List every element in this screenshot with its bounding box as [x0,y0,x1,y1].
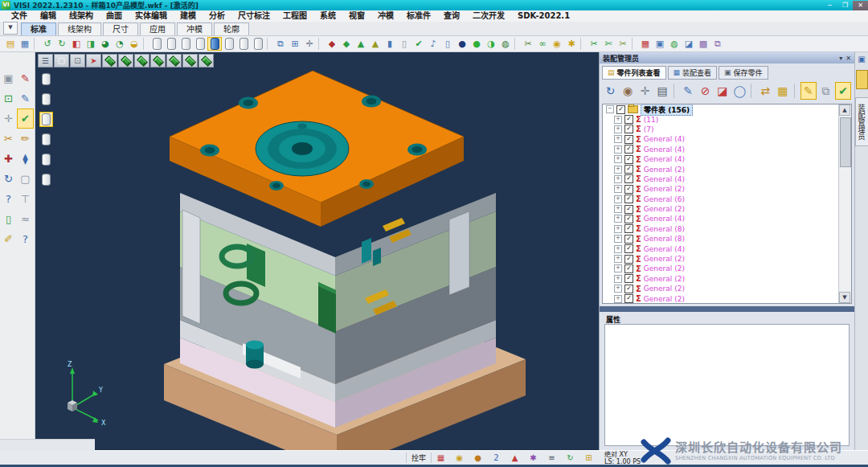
checkbox-checked[interactable]: ✓ [624,285,633,293]
panel-tab-0[interactable]: ▤零件列表查看 [602,66,666,80]
main-toolbar-chart[interactable]: ◪ [682,37,696,51]
tree-item-9[interactable]: +✓ΣGeneral (2) [603,204,839,214]
expander-icon[interactable]: + [614,264,622,272]
panel-toolbar-calc-table[interactable]: ▦ [775,82,790,100]
status-bar-frame-red[interactable]: ▦ [434,453,448,464]
panel-toolbar-zoom[interactable]: ◯ [732,82,747,100]
ribbon-tab-5[interactable]: 轮廓 [214,23,249,35]
main-toolbar-cyl-gray[interactable]: ▯ [397,37,411,51]
strip-layer-3[interactable] [39,112,53,127]
checkbox-checked[interactable]: ✓ [624,224,633,233]
ribbon-tab-4[interactable]: 冲模 [177,23,212,35]
main-toolbar-batt-blue[interactable]: ▯ [440,37,455,51]
tree-item-18[interactable]: +✓ΣGeneral (2) [603,293,839,303]
main-toolbar-layer-6[interactable] [222,37,236,51]
menu-item-8[interactable]: 工程图 [276,10,313,22]
checkbox-checked[interactable]: ✓ [624,145,633,154]
expander-icon[interactable]: + [614,125,622,133]
status-bar-user[interactable]: ● [471,453,485,464]
status-bar-recycle[interactable]: ↻ [563,453,577,464]
view-toolbar-view-iso[interactable] [199,54,214,68]
tree-item-5[interactable]: +✓ΣGeneral (2) [603,164,839,174]
expander-icon[interactable]: + [614,275,622,283]
main-toolbar-image[interactable]: ▣ [653,37,667,51]
menu-item-15[interactable]: SDK-2022.1 [511,10,576,22]
expander-icon[interactable]: + [614,295,622,303]
menu-item-2[interactable]: 线架构 [63,10,100,22]
main-toolbar-cyl-blue[interactable]: ▮ [383,37,397,51]
main-toolbar-open-folder[interactable]: ▤ [3,37,18,51]
tree-item-4[interactable]: +✓ΣGeneral (4) [603,154,839,164]
status-bar-two[interactable]: 2 [489,453,503,464]
main-toolbar-layers-purple[interactable]: ⧉ [710,37,725,51]
ribbon-tab-3[interactable]: 应用 [140,23,175,35]
close-button[interactable]: ✕ [853,1,868,10]
expander-icon[interactable]: + [614,145,622,154]
assembly-manager-vertical-tab[interactable]: 装配管理员 [855,97,868,146]
checkbox-checked[interactable]: ✓ [624,294,633,303]
main-toolbar-bee[interactable]: ✱ [564,37,579,51]
panel-splitter[interactable] [600,306,854,312]
panel-close-icon[interactable]: ✕ [845,55,851,62]
menu-item-1[interactable]: 编辑 [34,10,63,22]
tree-item-7[interactable]: +✓ΣGeneral (2) [603,184,839,194]
ribbon-tab-2[interactable]: 尺寸 [103,23,138,35]
main-toolbar-palette[interactable]: ▦ [638,37,653,51]
maximize-button[interactable]: ❐ [837,1,853,10]
view-toolbar-view-right[interactable] [166,54,182,68]
left-toolbar-frame[interactable]: ⊡ [0,88,17,109]
main-toolbar-view-redo[interactable]: ↻ [55,37,69,51]
panel-toolbar-apply-check[interactable]: ✔ [835,82,851,100]
main-toolbar-sphere-stripe[interactable]: ◍ [498,37,513,51]
tree-item-10[interactable]: +✓ΣGeneral (4) [603,214,839,223]
panel-toolbar-printer[interactable]: ▤ [654,82,669,100]
status-bar-list[interactable]: ≡ [545,453,559,464]
scroll-thumb[interactable] [840,117,851,167]
left-toolbar-box[interactable]: ▢ [17,169,34,189]
main-toolbar-layer-2[interactable] [164,37,178,51]
tree-item-15[interactable]: +✓ΣGeneral (2) [603,264,839,273]
strip-layer-1[interactable] [39,72,53,87]
main-toolbar-mesh[interactable]: ▩ [696,37,710,51]
main-toolbar-sphere-navy[interactable]: ● [455,37,469,51]
tree-item-17[interactable]: +✓ΣGeneral (2) [603,284,839,293]
main-toolbar-sphere-green[interactable]: ● [469,37,484,51]
tree-item-3[interactable]: +✓ΣGeneral (4) [603,145,839,154]
left-toolbar-help-2[interactable]: ? [17,229,34,249]
tree-item-16[interactable]: +✓ΣGeneral (2) [603,274,839,284]
expander-icon[interactable]: + [614,215,622,223]
view-toolbar-view-front[interactable] [118,54,133,68]
checkbox-checked[interactable]: ✓ [624,244,633,253]
status-bar-flower[interactable]: ✱ [526,453,540,464]
checkbox-checked[interactable]: ✓ [624,235,633,244]
checkbox-checked[interactable]: ✓ [624,205,633,214]
view-toolbar-select-arrow[interactable]: ➤ [86,54,101,68]
menu-item-12[interactable]: 标准件 [400,10,437,22]
main-toolbar-link-green[interactable]: ∞ [535,37,550,51]
menu-item-9[interactable]: 系统 [313,10,342,22]
panel-toolbar-zoom-remove[interactable]: ⊘ [698,82,713,100]
status-bar-flags[interactable]: ▲ [508,453,522,464]
checkbox-checked[interactable]: ✓ [616,105,625,114]
expander-icon[interactable]: + [614,155,622,163]
checkbox-checked[interactable]: ✓ [624,195,633,203]
menu-item-6[interactable]: 分析 [203,10,231,22]
main-toolbar-note-blue[interactable]: ♪ [426,37,440,51]
menu-item-14[interactable]: 二次开发 [466,10,511,22]
main-toolbar-transform[interactable]: ✛ [302,37,317,51]
left-toolbar-layers-blue[interactable]: ⧫ [17,149,34,169]
scroll-down-icon[interactable]: ▼ [839,292,850,303]
main-toolbar-trim-a[interactable]: ✂ [587,37,601,51]
view-toolbar-view-menu[interactable]: ☰ [38,54,53,68]
main-toolbar-shade-c[interactable]: ◒ [127,37,141,51]
tree-item-6[interactable]: +✓ΣGeneral (4) [603,174,839,184]
panel-toolbar-user-pc[interactable]: ◉ [620,82,635,100]
expander-icon[interactable]: + [614,195,622,203]
menu-item-0[interactable]: 文件 [5,10,34,22]
main-toolbar-layer-7[interactable] [236,37,251,51]
checkbox-checked[interactable]: ✓ [624,155,633,164]
checkbox-checked[interactable]: ✓ [624,215,633,223]
main-toolbar-globe[interactable]: ◍ [667,37,682,51]
view-toolbar-zoom-window[interactable]: ⊡ [70,54,85,68]
menu-item-4[interactable]: 实体编辑 [129,10,174,22]
